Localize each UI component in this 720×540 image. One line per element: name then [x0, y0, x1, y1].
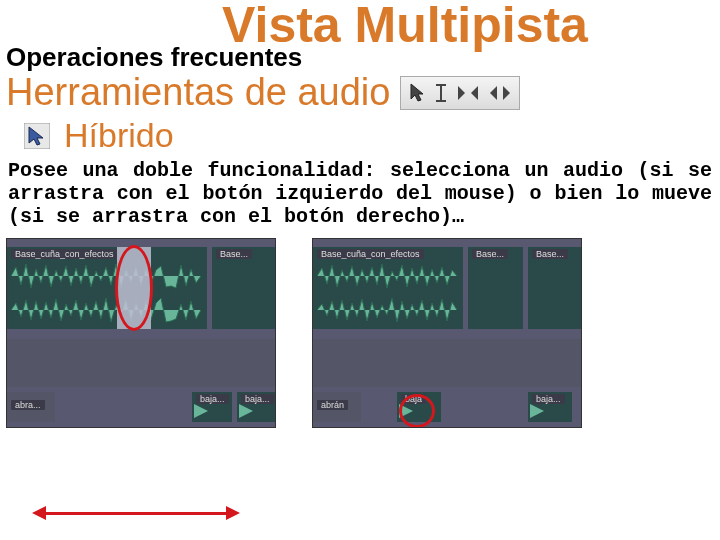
tool-name: Híbrido: [64, 116, 174, 155]
clip-label: Base_cuña_con_efectos: [11, 249, 118, 259]
clip-label: abra...: [11, 400, 45, 410]
arrow-left-head: [32, 506, 46, 520]
tool-description: Posee una doble funcionalidad: seleccion…: [8, 159, 712, 228]
move-in-icon: [456, 82, 480, 104]
svg-marker-7: [194, 404, 208, 418]
clip-label: abrán: [317, 400, 348, 410]
svg-marker-3: [490, 86, 497, 100]
screenshot-row: Base_cuña_con_efectos Base... abra... ba…: [6, 238, 720, 428]
svg-marker-1: [458, 86, 465, 100]
svg-marker-8: [239, 404, 253, 418]
annotation-circle: [115, 245, 153, 331]
clip-label: Base_cuña_con_efectos: [317, 249, 424, 259]
tool-strip: [400, 76, 520, 110]
clip-label: baja...: [196, 394, 229, 404]
annotation-arrow: [46, 512, 226, 515]
ibeam-icon: [434, 82, 448, 104]
arrow-right-head: [226, 506, 240, 520]
svg-marker-10: [530, 404, 544, 418]
hybrid-tool-icon: [24, 123, 50, 149]
screenshot-move: Base_cuña_con_efectos Base... Base... ab…: [312, 238, 582, 428]
svg-marker-4: [503, 86, 510, 100]
clip-label: Base...: [532, 249, 568, 259]
clip-label: baja...: [241, 394, 274, 404]
clip-label: Base...: [216, 249, 252, 259]
annotation-circle: [399, 394, 435, 428]
svg-marker-0: [411, 84, 423, 101]
clip-label: Base...: [472, 249, 508, 259]
section-heading: Herramientas de audio: [6, 71, 390, 114]
clip-label: baja...: [532, 394, 565, 404]
screenshot-selection: Base_cuña_con_efectos Base... abra... ba…: [6, 238, 276, 428]
move-out-icon: [488, 82, 512, 104]
svg-marker-2: [471, 86, 478, 100]
cursor-icon: [408, 82, 426, 104]
